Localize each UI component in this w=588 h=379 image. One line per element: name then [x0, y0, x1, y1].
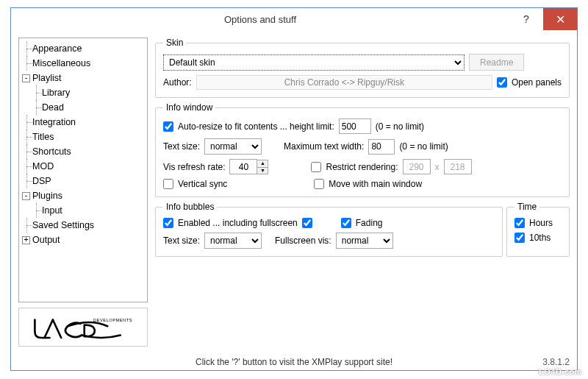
autoresize-label: Auto-resize to fit contents ... height l…: [178, 121, 334, 132]
tree-item-integration[interactable]: Integration: [21, 115, 146, 130]
unseen-logo-icon: DEVELOPMENTS: [32, 312, 135, 343]
skin-legend: Skin: [163, 38, 186, 48]
version-label: 3.8.1.2: [542, 357, 570, 367]
author-field: Chris Corrado <-> Ripguy/Risk: [196, 75, 492, 90]
sidebar: Appearance Miscellaneous -Playlist Libra…: [18, 38, 148, 347]
tree-item-plugins[interactable]: -Plugins: [21, 188, 146, 203]
titlebar: Options and stuff ? ✕: [11, 8, 577, 30]
restrict-x-label: x: [435, 162, 440, 172]
author-label: Author:: [163, 77, 192, 88]
restrict-rendering-label: Restrict rendering:: [326, 162, 398, 172]
readme-button[interactable]: Readme: [469, 54, 524, 71]
developer-logo: DEVELOPMENTS: [18, 308, 148, 347]
skin-select[interactable]: Default skin: [163, 54, 465, 71]
move-with-checkbox[interactable]: [314, 179, 324, 189]
tree-item-miscellaneous[interactable]: Miscellaneous: [21, 56, 146, 71]
restrict-width-input: [403, 159, 431, 174]
vis-rate-label: Vis refresh rate:: [163, 162, 225, 172]
bubbles-fading-checkbox[interactable]: [341, 218, 351, 228]
info-window-legend: Info window: [163, 102, 215, 113]
info-bubbles-legend: Info bubbles: [163, 202, 217, 212]
options-window: Options and stuff ? ✕ Appearance Miscell…: [10, 7, 578, 371]
collapse-icon[interactable]: -: [22, 192, 30, 200]
bubbles-enabled-checkbox[interactable]: [163, 218, 173, 228]
skin-group: Skin Default skin Readme Author: Chris C…: [155, 38, 570, 98]
tree-item-library[interactable]: Library: [21, 85, 146, 100]
bubbles-fading-label: Fading: [356, 218, 383, 228]
tree-item-output[interactable]: +Output: [21, 233, 146, 247]
max-width-input[interactable]: [368, 139, 395, 155]
autoresize-checkbox[interactable]: [163, 121, 173, 132]
category-tree[interactable]: Appearance Miscellaneous -Playlist Libra…: [18, 38, 148, 302]
no-limit-label-1: (0 = no limit): [376, 121, 424, 132]
info-window-group: Info window Auto-resize to fit contents …: [155, 102, 570, 197]
tree-item-titles[interactable]: Titles: [21, 130, 146, 144]
tree-item-shortcuts[interactable]: Shortcuts: [21, 144, 146, 159]
footer: Click the '?' button to visit the XMPlay…: [11, 354, 577, 370]
max-width-label: Maximum text width:: [284, 141, 364, 152]
hours-checkbox[interactable]: [514, 218, 525, 228]
time-legend: Time: [514, 202, 539, 212]
text-size-label: Text size:: [163, 141, 200, 152]
open-panels-checkbox[interactable]: [497, 77, 507, 88]
tree-item-mod[interactable]: MOD: [21, 159, 146, 174]
vsync-label: Vertical sync: [178, 179, 227, 189]
tree-item-appearance[interactable]: Appearance: [21, 41, 146, 56]
time-group: Time Hours 10ths: [506, 202, 570, 257]
height-limit-input[interactable]: [339, 118, 371, 134]
close-button[interactable]: ✕: [543, 8, 577, 30]
hours-label: Hours: [529, 218, 553, 228]
tenths-checkbox[interactable]: [514, 233, 525, 243]
footer-text: Click the '?' button to visit the XMPlay…: [196, 357, 392, 367]
watermark: LO4D.com: [539, 367, 582, 376]
svg-text:DEVELOPMENTS: DEVELOPMENTS: [93, 318, 132, 322]
window-title: Options and stuff: [11, 14, 509, 25]
tree-item-dsp[interactable]: DSP: [21, 174, 146, 188]
bubbles-text-size-label: Text size:: [163, 235, 200, 246]
bubbles-fullscreen-checkbox[interactable]: [302, 218, 312, 228]
tree-item-input[interactable]: Input: [21, 203, 146, 218]
tree-item-dead[interactable]: Dead: [21, 100, 146, 115]
tenths-label: 10ths: [529, 233, 551, 243]
text-size-select[interactable]: normal: [204, 138, 262, 155]
content-panel: Skin Default skin Readme Author: Chris C…: [155, 38, 570, 347]
bubbles-fullscreen-vis-label: Fullscreen vis:: [275, 235, 331, 246]
vis-rate-input[interactable]: [229, 159, 257, 174]
bubbles-enabled-label: Enabled ... including fullscreen: [178, 218, 298, 228]
no-limit-label-2: (0 = no limit): [399, 141, 448, 152]
open-panels-label: Open panels: [512, 77, 562, 88]
bubbles-text-size-select[interactable]: normal: [204, 233, 262, 249]
move-with-label: Move with main window: [329, 179, 422, 189]
collapse-icon[interactable]: -: [22, 74, 30, 82]
info-bubbles-group: Info bubbles Enabled ... including fulls…: [155, 202, 503, 257]
restrict-height-input: [444, 159, 472, 174]
expand-icon[interactable]: +: [22, 236, 30, 244]
vsync-checkbox[interactable]: [163, 179, 173, 189]
tree-item-saved-settings[interactable]: Saved Settings: [21, 218, 146, 233]
vis-rate-spinner[interactable]: ▲▼: [257, 160, 268, 174]
restrict-rendering-checkbox[interactable]: [311, 162, 321, 172]
help-button[interactable]: ?: [509, 8, 543, 30]
bubbles-fullscreen-vis-select[interactable]: normal: [336, 233, 393, 249]
tree-item-playlist[interactable]: -Playlist: [21, 71, 146, 85]
